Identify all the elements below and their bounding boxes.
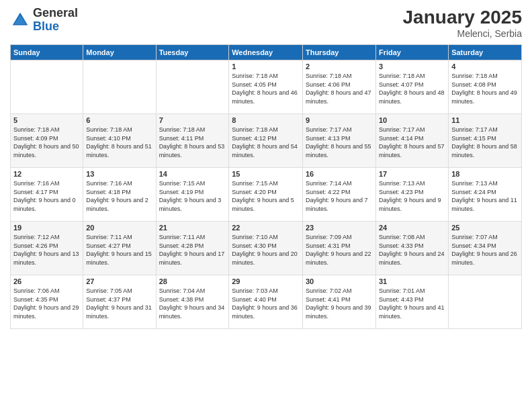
calendar-cell: 6 Sunrise: 7:18 AM Sunset: 4:10 PM Dayli… [83, 114, 156, 168]
day-number: 18 [451, 170, 519, 178]
calendar-cell: 3 Sunrise: 7:18 AM Sunset: 4:07 PM Dayli… [375, 60, 448, 114]
calendar-cell: 19 Sunrise: 7:12 AM Sunset: 4:26 PM Dayl… [11, 222, 83, 275]
day-info: Sunrise: 7:18 AM Sunset: 4:05 PM Dayligh… [232, 72, 300, 105]
day-info: Sunrise: 7:13 AM Sunset: 4:24 PM Dayligh… [451, 179, 519, 213]
calendar-cell: 11 Sunrise: 7:17 AM Sunset: 4:15 PM Dayl… [449, 114, 522, 168]
day-info: Sunrise: 7:03 AM Sunset: 4:40 PM Dayligh… [232, 287, 300, 320]
day-number: 16 [306, 170, 373, 178]
calendar-cell: 24 Sunrise: 7:08 AM Sunset: 4:33 PM Dayl… [375, 222, 448, 275]
day-number: 13 [86, 170, 152, 178]
col-monday: Monday [83, 45, 156, 60]
calendar-cell: 1 Sunrise: 7:18 AM Sunset: 4:05 PM Dayli… [229, 60, 303, 114]
day-info: Sunrise: 7:15 AM Sunset: 4:20 PM Dayligh… [232, 179, 300, 213]
calendar-cell [83, 60, 156, 114]
calendar-cell: 17 Sunrise: 7:13 AM Sunset: 4:23 PM Dayl… [375, 168, 448, 222]
day-info: Sunrise: 7:16 AM Sunset: 4:17 PM Dayligh… [13, 179, 80, 213]
day-info: Sunrise: 7:08 AM Sunset: 4:33 PM Dayligh… [379, 233, 445, 267]
day-info: Sunrise: 7:18 AM Sunset: 4:06 PM Dayligh… [306, 72, 373, 105]
day-number: 12 [13, 170, 80, 178]
day-number: 22 [232, 224, 300, 232]
day-number: 21 [159, 224, 226, 232]
calendar-cell: 29 Sunrise: 7:03 AM Sunset: 4:40 PM Dayl… [229, 275, 303, 329]
col-wednesday: Wednesday [229, 45, 303, 60]
calendar-cell: 27 Sunrise: 7:05 AM Sunset: 4:37 PM Dayl… [83, 275, 156, 329]
calendar-cell: 7 Sunrise: 7:18 AM Sunset: 4:11 PM Dayli… [156, 114, 229, 168]
calendar-cell: 12 Sunrise: 7:16 AM Sunset: 4:17 PM Dayl… [11, 168, 83, 222]
day-info: Sunrise: 7:06 AM Sunset: 4:35 PM Dayligh… [13, 287, 80, 320]
calendar-table: Sunday Monday Tuesday Wednesday Thursday… [10, 44, 522, 329]
location-subtitle: Melenci, Serbia [403, 28, 522, 39]
calendar-cell: 31 Sunrise: 7:01 AM Sunset: 4:43 PM Dayl… [375, 275, 448, 329]
day-info: Sunrise: 7:05 AM Sunset: 4:37 PM Dayligh… [86, 287, 152, 320]
title-block: January 2025 Melenci, Serbia [403, 7, 522, 39]
calendar-cell: 25 Sunrise: 7:07 AM Sunset: 4:34 PM Dayl… [449, 222, 522, 275]
month-title: January 2025 [403, 7, 522, 28]
calendar-cell [449, 275, 522, 329]
day-info: Sunrise: 7:18 AM Sunset: 4:12 PM Dayligh… [232, 126, 300, 159]
day-info: Sunrise: 7:01 AM Sunset: 4:43 PM Dayligh… [379, 287, 445, 320]
day-info: Sunrise: 7:10 AM Sunset: 4:30 PM Dayligh… [232, 233, 300, 267]
day-number: 11 [451, 116, 519, 124]
day-number: 6 [86, 116, 152, 124]
calendar-header-row: Sunday Monday Tuesday Wednesday Thursday… [11, 45, 522, 60]
calendar-body: 1 Sunrise: 7:18 AM Sunset: 4:05 PM Dayli… [11, 60, 522, 329]
col-tuesday: Tuesday [156, 45, 229, 60]
calendar-cell: 10 Sunrise: 7:17 AM Sunset: 4:14 PM Dayl… [375, 114, 448, 168]
logo-general: General [33, 6, 78, 19]
calendar-cell: 5 Sunrise: 7:18 AM Sunset: 4:09 PM Dayli… [11, 114, 83, 168]
day-info: Sunrise: 7:18 AM Sunset: 4:10 PM Dayligh… [86, 126, 152, 159]
logo: General Blue [10, 7, 78, 34]
day-info: Sunrise: 7:11 AM Sunset: 4:28 PM Dayligh… [159, 233, 226, 267]
day-info: Sunrise: 7:18 AM Sunset: 4:09 PM Dayligh… [13, 126, 80, 159]
calendar-cell: 13 Sunrise: 7:16 AM Sunset: 4:18 PM Dayl… [83, 168, 156, 222]
calendar-week-row: 5 Sunrise: 7:18 AM Sunset: 4:09 PM Dayli… [11, 114, 522, 168]
calendar-cell: 30 Sunrise: 7:02 AM Sunset: 4:41 PM Dayl… [302, 275, 375, 329]
col-friday: Friday [375, 45, 448, 60]
calendar-cell [156, 60, 229, 114]
day-info: Sunrise: 7:02 AM Sunset: 4:41 PM Dayligh… [306, 287, 373, 320]
calendar-cell: 14 Sunrise: 7:15 AM Sunset: 4:19 PM Dayl… [156, 168, 229, 222]
day-number: 19 [13, 224, 80, 232]
col-thursday: Thursday [302, 45, 375, 60]
day-info: Sunrise: 7:09 AM Sunset: 4:31 PM Dayligh… [306, 233, 373, 267]
day-info: Sunrise: 7:04 AM Sunset: 4:38 PM Dayligh… [159, 287, 226, 320]
day-number: 9 [306, 116, 373, 124]
day-number: 30 [306, 277, 373, 285]
day-number: 26 [13, 277, 80, 285]
day-number: 27 [86, 277, 152, 285]
calendar-cell: 8 Sunrise: 7:18 AM Sunset: 4:12 PM Dayli… [229, 114, 303, 168]
day-number: 23 [306, 224, 373, 232]
day-info: Sunrise: 7:17 AM Sunset: 4:13 PM Dayligh… [306, 126, 373, 159]
page-container: General Blue January 2025 Melenci, Serbi… [0, 0, 532, 411]
calendar-cell: 9 Sunrise: 7:17 AM Sunset: 4:13 PM Dayli… [302, 114, 375, 168]
day-info: Sunrise: 7:18 AM Sunset: 4:11 PM Dayligh… [159, 126, 226, 159]
calendar-cell: 16 Sunrise: 7:14 AM Sunset: 4:22 PM Dayl… [302, 168, 375, 222]
calendar-cell: 23 Sunrise: 7:09 AM Sunset: 4:31 PM Dayl… [302, 222, 375, 275]
day-info: Sunrise: 7:12 AM Sunset: 4:26 PM Dayligh… [13, 233, 80, 267]
day-number: 20 [86, 224, 152, 232]
day-info: Sunrise: 7:14 AM Sunset: 4:22 PM Dayligh… [306, 179, 373, 213]
calendar-week-row: 26 Sunrise: 7:06 AM Sunset: 4:35 PM Dayl… [11, 275, 522, 329]
day-number: 1 [232, 62, 300, 71]
day-info: Sunrise: 7:17 AM Sunset: 4:15 PM Dayligh… [451, 126, 519, 159]
day-info: Sunrise: 7:11 AM Sunset: 4:27 PM Dayligh… [86, 233, 152, 267]
day-info: Sunrise: 7:07 AM Sunset: 4:34 PM Dayligh… [451, 233, 519, 267]
calendar-cell: 15 Sunrise: 7:15 AM Sunset: 4:20 PM Dayl… [229, 168, 303, 222]
day-number: 15 [232, 170, 300, 178]
calendar-week-row: 12 Sunrise: 7:16 AM Sunset: 4:17 PM Dayl… [11, 168, 522, 222]
calendar-cell [11, 60, 83, 114]
day-number: 4 [451, 62, 519, 71]
day-number: 14 [159, 170, 226, 178]
calendar-week-row: 19 Sunrise: 7:12 AM Sunset: 4:26 PM Dayl… [11, 222, 522, 275]
day-number: 3 [379, 62, 445, 71]
day-number: 5 [13, 116, 80, 124]
calendar-cell: 20 Sunrise: 7:11 AM Sunset: 4:27 PM Dayl… [83, 222, 156, 275]
day-number: 8 [232, 116, 300, 124]
calendar-cell: 21 Sunrise: 7:11 AM Sunset: 4:28 PM Dayl… [156, 222, 229, 275]
calendar-cell: 2 Sunrise: 7:18 AM Sunset: 4:06 PM Dayli… [302, 60, 375, 114]
day-info: Sunrise: 7:18 AM Sunset: 4:08 PM Dayligh… [451, 72, 519, 105]
day-number: 25 [451, 224, 519, 232]
day-number: 31 [379, 277, 445, 285]
col-saturday: Saturday [449, 45, 522, 60]
day-number: 10 [379, 116, 445, 124]
